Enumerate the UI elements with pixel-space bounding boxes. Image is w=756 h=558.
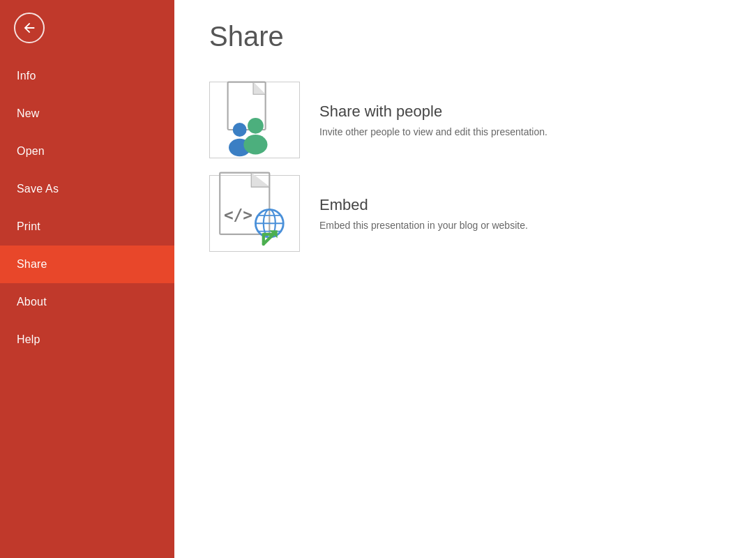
svg-point-5 <box>243 135 267 154</box>
sidebar-item-new[interactable]: New <box>0 95 174 133</box>
share-with-people-option[interactable]: Share with people Invite other people to… <box>209 73 721 167</box>
embed-icon: </> <box>210 169 299 258</box>
embed-option[interactable]: </> Embed <box>209 167 721 260</box>
sidebar-item-open[interactable]: Open <box>0 133 174 170</box>
share-with-people-title: Share with people <box>319 103 547 121</box>
embed-icon-box: </> <box>209 175 300 252</box>
share-with-people-text: Share with people Invite other people to… <box>319 103 547 137</box>
sidebar-item-print[interactable]: Print <box>0 208 174 246</box>
embed-title: Embed <box>319 196 528 214</box>
sidebar-nav: Info New Open Save As Print Share About … <box>0 57 174 558</box>
sidebar: Info New Open Save As Print Share About … <box>0 0 174 558</box>
share-with-people-icon-box <box>209 82 300 158</box>
page-title: Share <box>209 21 721 52</box>
svg-point-2 <box>233 123 247 137</box>
back-button-container <box>0 0 174 50</box>
svg-point-4 <box>248 117 264 133</box>
main-content: Share <box>174 0 756 558</box>
svg-text:</>: </> <box>224 206 252 224</box>
svg-marker-1 <box>254 82 266 93</box>
svg-marker-7 <box>252 173 270 187</box>
back-arrow-icon <box>22 20 37 36</box>
sidebar-item-save-as[interactable]: Save As <box>0 170 174 208</box>
sidebar-item-share[interactable]: Share <box>0 246 174 283</box>
embed-desc: Embed this presentation in your blog or … <box>319 220 528 231</box>
share-options: Share with people Invite other people to… <box>209 73 721 260</box>
share-with-people-icon <box>210 78 299 163</box>
share-with-people-desc: Invite other people to view and edit thi… <box>319 126 547 137</box>
sidebar-item-about[interactable]: About <box>0 283 174 321</box>
embed-text: Embed Embed this presentation in your bl… <box>319 196 528 231</box>
sidebar-item-info[interactable]: Info <box>0 57 174 95</box>
back-button[interactable] <box>14 13 45 43</box>
sidebar-item-help[interactable]: Help <box>0 321 174 359</box>
